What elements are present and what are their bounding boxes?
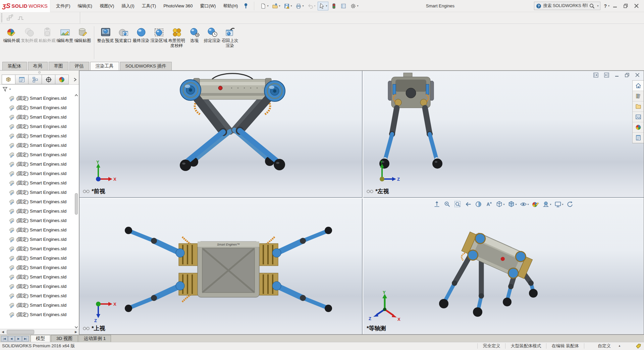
tree-item[interactable]: (固定) Smart Engines.sld	[0, 254, 79, 263]
ribbon-button-copy-appearance[interactable]: 复制外观	[20, 26, 38, 44]
tree-vertical-scrollbar[interactable]	[74, 94, 79, 329]
qat-undo-button[interactable]: ▾	[306, 2, 317, 10]
tree-item[interactable]: (固定) Smart Engines.sld	[0, 94, 79, 103]
tree-item[interactable]: (固定) Smart Engines.sld	[0, 301, 79, 310]
collapse-pane-right-icon[interactable]	[604, 73, 609, 78]
viewport-top[interactable]: Smart Engines™ X Z *上视	[79, 199, 363, 334]
previous-tab-button[interactable]: ◀	[8, 336, 15, 342]
scroll-left-icon[interactable]: ◀	[0, 330, 6, 335]
ribbon-button-recall-last-render[interactable]: 召回上次渲染	[221, 26, 239, 49]
tree-horizontal-scrollbar[interactable]: ◀ ▶	[0, 329, 79, 335]
dropdown-arrow-icon[interactable]: ▾	[326, 4, 327, 7]
tag-icon[interactable]	[636, 343, 641, 349]
tree-item[interactable]: (固定) Smart Engines.sld	[0, 197, 79, 207]
pin-icon[interactable]	[244, 3, 249, 9]
viewport-close-button[interactable]	[635, 73, 640, 77]
ribbon-button-render-region[interactable]: 渲染区域	[150, 26, 168, 44]
menu-edit[interactable]: 编辑(E)	[74, 0, 96, 12]
qat-new-document-button[interactable]: ▾	[259, 2, 270, 10]
sheet-tab-3d-views[interactable]: 3D 视图	[51, 335, 78, 342]
collapse-pane-left-icon[interactable]	[593, 73, 598, 78]
taskpane-view-palette-button[interactable]	[633, 112, 644, 122]
search-icon[interactable]	[589, 3, 595, 9]
tab-sketch[interactable]: 草图	[49, 62, 68, 70]
qat-print-button[interactable]: ▾	[294, 2, 305, 10]
next-tab-button[interactable]: ▶	[15, 336, 22, 342]
headsup-section-view-button[interactable]	[475, 201, 482, 208]
scroll-thumb[interactable]	[75, 193, 78, 215]
sheet-tab-model[interactable]: 模型	[31, 335, 50, 342]
dropdown-arrow-icon[interactable]: ▾	[562, 203, 564, 206]
taskpane-file-explorer-button[interactable]	[633, 101, 644, 112]
dropdown-arrow-icon[interactable]: ▾	[302, 4, 304, 7]
tree-item[interactable]: (固定) Smart Engines.sld	[0, 244, 79, 254]
headsup-zoom-to-area-button[interactable]	[443, 201, 451, 208]
menu-help[interactable]: 帮助(H)	[219, 0, 241, 12]
headsup-edit-appearance-button[interactable]	[532, 201, 539, 208]
menu-photoview-360[interactable]: PhotoView 360	[160, 0, 196, 12]
viewport-minimize-button[interactable]	[615, 73, 619, 77]
tree-item[interactable]: (固定) Smart Engines.sld	[0, 169, 79, 178]
help-search-input[interactable]: ? 搜索 SOLIDWORKS 帮助 ▾	[534, 2, 600, 10]
viewport-isometric[interactable]: A▾▾▾▾▾	[363, 199, 644, 334]
viewport-restore-button[interactable]	[625, 73, 630, 77]
qat-open-button[interactable]: ▾	[271, 2, 281, 10]
dropdown-arrow-icon[interactable]: ▾	[527, 203, 529, 206]
help-button[interactable]: ?	[603, 3, 607, 9]
menu-file[interactable]: 文件(F)	[52, 0, 74, 12]
ribbon-button-edit-scene[interactable]: 编辑布景	[56, 26, 74, 44]
tree-item[interactable]: (固定) Smart Engines.sld	[0, 225, 79, 235]
ribbon-button-options[interactable]: 选项	[185, 26, 203, 44]
headsup-view-orientation-button[interactable]: ▾	[495, 201, 504, 208]
ribbon-button-edit-decal[interactable]: 编辑贴图	[74, 26, 92, 44]
qat-command-list-button[interactable]	[339, 2, 348, 10]
scroll-track[interactable]	[74, 97, 79, 325]
panel-expand-button[interactable]	[72, 75, 79, 84]
menu-tools[interactable]: 工具(T)	[138, 0, 160, 12]
panel-tab-property-manager[interactable]	[15, 75, 29, 84]
panel-tab-display-manager[interactable]	[55, 75, 69, 84]
viewport-front[interactable]: Y X *前视	[79, 71, 363, 198]
tab-layout[interactable]: 布局	[28, 62, 48, 70]
panel-tab-dimxpert-manager[interactable]	[42, 75, 55, 84]
dropdown-arrow-icon[interactable]: ▾	[279, 4, 280, 7]
first-tab-button[interactable]: |◀	[1, 336, 8, 342]
ribbon-button-integrated-preview[interactable]: 整合预览	[97, 26, 114, 44]
qat-save-button[interactable]: ▾	[282, 2, 293, 10]
tree-item[interactable]: (固定) Smart Engines.sld	[0, 235, 79, 244]
step-profile-icon[interactable]	[15, 13, 26, 22]
panel-tab-configuration-manager[interactable]	[28, 75, 42, 84]
qat-select-button[interactable]: ▾	[318, 2, 328, 10]
tree-item[interactable]: (固定) Smart Engines.sld	[0, 122, 79, 131]
headsup-zoom-to-fit-button[interactable]	[433, 201, 440, 208]
dropdown-arrow-icon[interactable]: ▾	[503, 203, 504, 206]
scroll-track[interactable]	[6, 330, 73, 334]
tree-item[interactable]: (固定) Smart Engines.sld	[0, 178, 79, 188]
menu-insert[interactable]: 插入(I)	[118, 0, 138, 12]
dropdown-arrow-icon[interactable]: ▾	[314, 4, 315, 7]
dropdown-arrow-icon[interactable]: ▾	[357, 4, 358, 7]
panel-tab-feature-manager[interactable]	[2, 75, 15, 84]
restore-button[interactable]	[624, 4, 628, 8]
collapse-arrow-icon[interactable]: ▲	[618, 343, 621, 349]
headsup-annotation-view-button[interactable]: A	[485, 201, 492, 208]
tree-item[interactable]: (固定) Smart Engines.sld	[0, 216, 79, 225]
headsup-display-style-button[interactable]: ▾	[507, 201, 517, 208]
scroll-right-icon[interactable]: ▶	[73, 330, 79, 335]
taskpane-home-button[interactable]	[633, 81, 644, 91]
tree-item[interactable]: (固定) Smart Engines.sld	[0, 207, 79, 216]
ribbon-button-preview-window[interactable]: 预览窗口	[114, 26, 132, 44]
tree-item[interactable]: (固定) Smart Engines.sld	[0, 141, 79, 150]
tree-item[interactable]: (固定) Smart Engines.sld	[0, 310, 79, 319]
tab-render-tools[interactable]: 渲染工具	[90, 62, 119, 70]
headsup-zoom-to-selection-button[interactable]	[454, 201, 461, 208]
tree-item[interactable]: (固定) Smart Engines.sld	[0, 103, 79, 113]
filter-dropdown-icon[interactable]: ▾	[9, 88, 11, 91]
tree-item[interactable]: (固定) Smart Engines.sld	[0, 150, 79, 160]
ribbon-button-edit-appearance[interactable]: 编辑外观	[3, 26, 20, 44]
headsup-rotate-view-button[interactable]	[567, 201, 574, 208]
minimize-button[interactable]	[613, 4, 617, 8]
menu-window[interactable]: 窗口(W)	[196, 0, 219, 12]
search-dropdown-icon[interactable]: ▾	[597, 4, 598, 7]
dropdown-arrow-icon[interactable]: ▾	[515, 203, 517, 206]
